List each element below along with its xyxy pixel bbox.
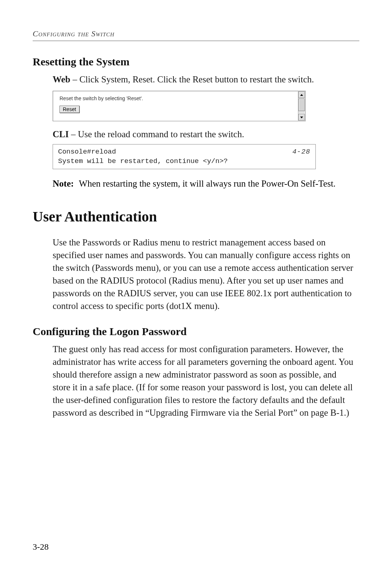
logon-body: The guest only has read access for most … [53,343,356,419]
cli-line-1: Console#reload [58,147,116,157]
cli-output: Console#reload4-28System will be restart… [53,144,316,169]
running-head: Configuring the Switch [33,29,359,38]
cli-line-2: System will be restarted, continue <y/n>… [58,157,228,165]
panel-scrollbar[interactable] [298,91,305,121]
cli-instruction: CLI – Use the reload command to restart … [53,128,356,141]
web-instruction: Web – Click System, Reset. Click the Res… [53,73,356,86]
reset-web-panel: Reset the switch by selecting 'Reset'. R… [53,91,306,121]
chevron-up-icon [300,94,303,96]
cli-label: CLI [53,129,69,139]
panel-help-text: Reset the switch by selecting 'Reset'. [60,95,300,101]
scroll-up-button[interactable] [298,91,305,98]
scroll-down-button[interactable] [298,114,305,121]
section-title-logon: Configuring the Logon Password [33,325,359,338]
reset-button[interactable]: Reset [60,106,79,113]
web-text: – Click System, Reset. Click the Reset b… [70,74,314,84]
cli-ref: 4-28 [292,147,310,157]
section-title-userauth: User Authentication [33,208,359,225]
scroll-thumb[interactable] [298,99,305,111]
chevron-down-icon [300,117,303,118]
web-label: Web [53,74,70,84]
note-body: When restarting the system, it will alwa… [79,177,359,190]
section-title-resetting: Resetting the System [33,56,359,68]
note-block: Note: When restarting the system, it wil… [53,177,359,190]
page-number: 3-28 [33,542,49,552]
userauth-intro: Use the Passwords or Radius menu to rest… [53,236,356,312]
note-label: Note: [53,177,74,190]
cli-text: – Use the reload command to restart the … [69,129,244,139]
header-rule [33,41,359,41]
